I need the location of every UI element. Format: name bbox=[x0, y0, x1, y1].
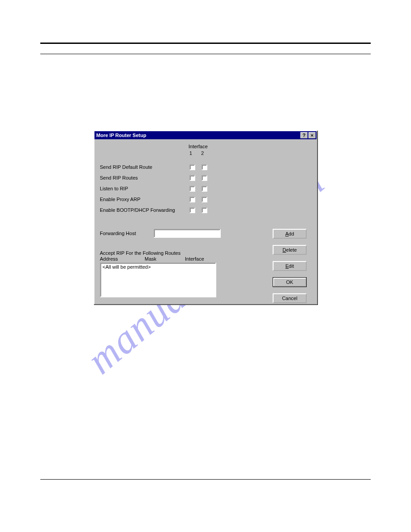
checkbox-send-rip-default-if2[interactable] bbox=[201, 164, 207, 170]
interface-header-label: Interface bbox=[188, 144, 208, 149]
option-row: Listen to RIP bbox=[100, 183, 311, 194]
list-column-headers: Address Mask Interface bbox=[100, 256, 216, 262]
option-row: Send RIP Default Route bbox=[100, 162, 311, 172]
add-button[interactable]: Add bbox=[273, 229, 307, 239]
delete-button[interactable]: Delete bbox=[273, 245, 307, 255]
interface-header: Interface 1 2 bbox=[188, 144, 208, 156]
checkbox-listen-rip-if1[interactable] bbox=[189, 186, 195, 192]
routes-listbox[interactable]: <All will be permitted> bbox=[100, 262, 216, 297]
checkbox-bootp-dhcp-if2[interactable] bbox=[201, 207, 207, 213]
checkbox-proxy-arp-if2[interactable] bbox=[201, 197, 207, 202]
option-label: Enable Proxy ARP bbox=[100, 197, 189, 202]
checkbox-send-rip-routes-if1[interactable] bbox=[189, 175, 195, 181]
interface-col-1: 1 bbox=[189, 150, 192, 156]
forwarding-host-input[interactable] bbox=[154, 229, 221, 238]
col-address: Address bbox=[100, 256, 145, 262]
dialog-more-ip-router-setup: More IP Router Setup ? × Interface 1 2 S… bbox=[94, 130, 317, 305]
titlebar[interactable]: More IP Router Setup ? × bbox=[94, 131, 317, 139]
help-icon[interactable]: ? bbox=[300, 132, 308, 138]
edit-button[interactable]: Edit bbox=[273, 261, 307, 271]
col-mask: Mask bbox=[145, 256, 185, 262]
option-row: Send RIP Routes bbox=[100, 172, 311, 183]
button-column: Add Delete Edit OK Cancel bbox=[273, 229, 307, 303]
option-label: Enable BOOTP/DHCP Forwarding bbox=[100, 207, 189, 213]
checkbox-proxy-arp-if1[interactable] bbox=[189, 197, 195, 202]
dialog-title: More IP Router Setup bbox=[96, 131, 300, 139]
option-label: Send RIP Default Route bbox=[100, 164, 189, 170]
checkbox-bootp-dhcp-if1[interactable] bbox=[189, 207, 195, 213]
page-rule-top-thin bbox=[40, 54, 371, 54]
col-interface: Interface bbox=[185, 256, 212, 262]
option-label: Send RIP Routes bbox=[100, 175, 189, 180]
option-row: Enable BOOTP/DHCP Forwarding bbox=[100, 205, 311, 215]
option-row: Enable Proxy ARP bbox=[100, 194, 311, 205]
page-rule-top bbox=[40, 43, 371, 44]
forwarding-host-label: Forwarding Host bbox=[100, 231, 154, 236]
interface-col-2: 2 bbox=[201, 150, 204, 156]
cancel-button[interactable]: Cancel bbox=[273, 293, 307, 303]
checkbox-send-rip-routes-if2[interactable] bbox=[201, 175, 207, 181]
dialog-body: Interface 1 2 Send RIP Default Route Sen… bbox=[94, 139, 317, 304]
close-icon[interactable]: × bbox=[308, 132, 316, 138]
checkbox-send-rip-default-if1[interactable] bbox=[189, 164, 195, 170]
checkbox-listen-rip-if2[interactable] bbox=[201, 186, 207, 192]
list-item[interactable]: <All will be permitted> bbox=[103, 264, 214, 270]
option-label: Listen to RIP bbox=[100, 186, 189, 191]
ok-button[interactable]: OK bbox=[273, 277, 307, 287]
page-rule-bottom bbox=[40, 479, 371, 480]
options-rows: Send RIP Default Route Send RIP Routes L… bbox=[100, 162, 311, 215]
